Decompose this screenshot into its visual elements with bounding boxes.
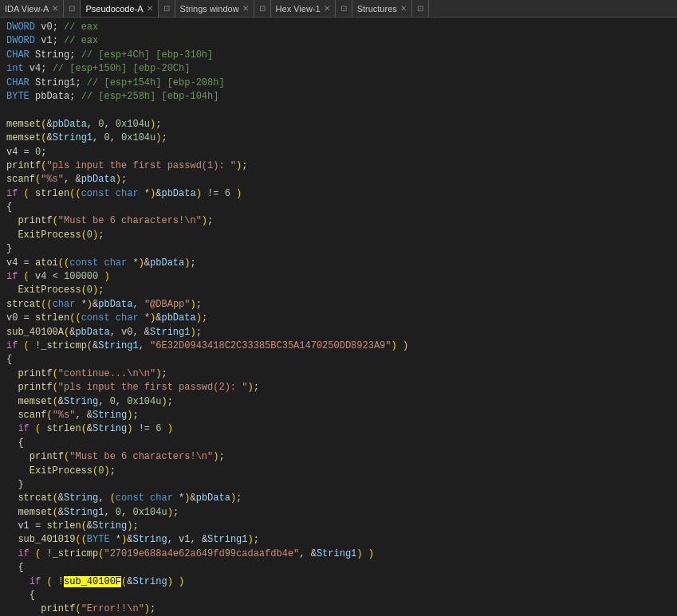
line-33: }: [6, 478, 671, 492]
line-37: sub_401019((BYTE *)&String, v1, &String1…: [6, 533, 671, 547]
line-30: {: [6, 437, 671, 450]
tab-hex-view-label: Hex View-1: [276, 4, 321, 14]
line-21: v0 = strlen((const char *)&pbData);: [6, 312, 671, 325]
tab-structures-label: Structures: [357, 4, 397, 14]
tab-pseudocode-a[interactable]: Pseudocode-A ✕: [81, 0, 158, 18]
line-6: BYTE pbData; // [esp+258h] [ebp-104h]: [6, 90, 671, 104]
tab-ida-view-a-label: IDA View-A: [5, 4, 49, 14]
line-16: }: [6, 242, 671, 256]
line-26: printf("pls input the first passwd(2): "…: [6, 381, 671, 394]
line-10: printf("pls input the first passwd(1): "…: [6, 159, 671, 173]
line-42: printf("Error!!\n");: [6, 602, 671, 616]
line-2: DWORD v1; // eax: [6, 34, 671, 48]
tab-structures-close[interactable]: ✕: [400, 4, 407, 13]
tab-pseudocode-a-close[interactable]: ✕: [147, 4, 153, 13]
line-36: v1 = strlen(&String);: [6, 520, 671, 533]
line-13: {: [6, 201, 671, 214]
line-25: printf("continue...\n\n");: [6, 367, 671, 381]
tab-bar: IDA View-A ✕ ⊡ Pseudocode-A ✕ ⊡ Strings …: [0, 0, 677, 18]
line-18: if ( v4 < 100000 ): [6, 270, 671, 284]
line-35: memset(&String1, 0, 0x104u);: [6, 506, 671, 520]
line-24: {: [6, 353, 671, 367]
line-3: CHAR String; // [esp+4Ch] [ebp-310h]: [6, 49, 671, 62]
line-34: strcat(&String, (const char *)&pbData);: [6, 492, 671, 505]
line-27: memset(&String, 0, 0x104u);: [6, 395, 671, 409]
line-28: scanf("%s", &String);: [6, 409, 671, 422]
line-12: if ( strlen((const char *)&pbData) != 6 …: [6, 187, 671, 201]
tab-separator-4: ⊡: [336, 0, 352, 18]
line-9: v4 = 0;: [6, 146, 671, 159]
line-4: int v4; // [esp+150h] [ebp-20Ch]: [6, 62, 671, 76]
tab-separator-1: ⊡: [64, 0, 81, 18]
line-17: v4 = atoi((const char *)&pbData);: [6, 257, 671, 270]
line-38: if ( !_stricmp("27019e688a4e62a649fd99ca…: [6, 547, 671, 561]
tab-ida-view-a[interactable]: IDA View-A ✕: [0, 0, 64, 18]
tab-hex-view-1[interactable]: Hex View-1 ✕: [271, 0, 336, 18]
tab-strings-window[interactable]: Strings window ✕: [175, 0, 254, 18]
line-22: sub_40100A(&pbData, v0, &String1);: [6, 326, 671, 339]
tab-separator-5: ⊡: [412, 0, 429, 18]
line-11: scanf("%s", &pbData);: [6, 173, 671, 186]
line-7: memset(&pbData, 0, 0x104u);: [6, 118, 671, 131]
line-39: {: [6, 561, 671, 575]
tab-strings-label: Strings window: [180, 4, 239, 14]
tab-structures[interactable]: Structures ✕: [352, 0, 412, 18]
line-5: CHAR String1; // [esp+154h] [ebp-208h]: [6, 77, 671, 90]
tab-ida-view-a-close[interactable]: ✕: [52, 4, 58, 13]
line-32: ExitProcess(0);: [6, 465, 671, 478]
tab-pseudocode-a-label: Pseudocode-A: [85, 4, 143, 14]
line-20: strcat((char *)&pbData, "@DBApp");: [6, 298, 671, 312]
line-29: if ( strlen(&String) != 6 ): [6, 422, 671, 436]
tab-separator-3: ⊡: [254, 0, 271, 18]
line-23: if ( !_stricmp(&String1, "6E32D0943418C2…: [6, 339, 671, 353]
line-14: printf("Must be 6 characters!\n");: [6, 214, 671, 228]
tab-strings-close[interactable]: ✕: [242, 4, 249, 13]
line-8: memset(&String1, 0, 0x104u);: [6, 131, 671, 145]
line-15: ExitProcess(0);: [6, 229, 671, 242]
line-31: printf("Must be 6 characters!\n");: [6, 450, 671, 464]
line-41: {: [6, 589, 671, 602]
tab-separator-2: ⊡: [159, 0, 175, 18]
line-blank-1: [6, 104, 671, 117]
line-19: ExitProcess(0);: [6, 284, 671, 297]
tab-hex-view-close[interactable]: ✕: [324, 4, 330, 13]
code-area: DWORD v0; // eax DWORD v1; // eax CHAR S…: [0, 18, 677, 616]
line-40: if ( !sub_40100F(&String) ): [6, 575, 671, 589]
line-1: DWORD v0; // eax: [6, 21, 671, 34]
